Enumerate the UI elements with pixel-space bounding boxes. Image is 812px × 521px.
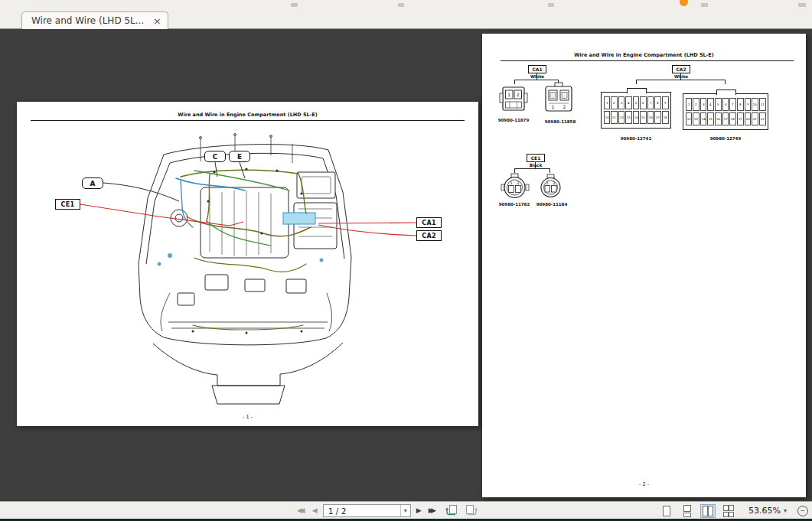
pin-cell: 1 [686,98,693,111]
toolbar-icon-fragment [398,3,404,7]
callout-a: A [82,177,103,189]
continuous-layout-icon [682,505,693,517]
first-page-icon: ◀◀ [297,507,305,514]
connector-90980-11879: 1 2 [499,84,528,115]
page1-number: - 1 - [17,414,478,420]
bracket-stem [680,73,681,80]
pin-number: 1 [510,181,512,185]
pin-cell: 13 [693,112,699,125]
toolbar-icon-fragment [798,3,806,7]
pin-number: 1 [507,92,510,97]
pin-cell: 11 [759,98,766,111]
pin-number: 2 [563,104,566,109]
part-number: 90980-11858 [536,119,585,124]
document-tab[interactable]: Wire and Wire (LHD 5L... × [21,11,168,29]
pin-number: 1 [552,104,555,109]
zoom-level[interactable]: 53.65% [748,506,781,516]
toolbar-icon-fragment [548,3,554,7]
pin-cell: 4 [625,96,632,109]
pin-cell: 17 [654,111,661,124]
pin-cell: 6 [722,98,729,111]
single-page-layout-icon [661,505,672,517]
page2-title-rule [501,60,794,61]
pin-cell: 15 [640,111,647,124]
next-view-button[interactable] [465,504,478,517]
pin-cell: 16 [715,112,722,125]
first-page-button[interactable]: ◀◀ [295,506,307,516]
pin-cell: 9 [662,96,669,109]
callout-c: C [204,151,226,162]
single-page-layout-button[interactable] [659,504,674,518]
pin-number: 1 [546,181,549,185]
page-indicator-input[interactable] [324,506,400,516]
pin-cell: 14 [700,112,707,125]
pin-cell: 17 [722,112,729,125]
zoom-dropdown-caret-icon[interactable]: ▾ [784,507,787,514]
part-number: 90980-11879 [487,118,540,122]
pin-cell: 5 [715,98,722,111]
page-navigation-controls: ◀◀ ◀ ▾ ▶ ▶▶ [295,503,478,518]
help-icon[interactable] [680,0,688,6]
part-number: 90980-12749 [683,136,768,141]
pin-cell: 21 [752,112,758,125]
pin-row: 1213141516171819202122 [685,112,766,125]
page-dropdown-caret-icon[interactable]: ▾ [400,505,410,516]
pin-cell: 18 [729,112,736,125]
pin-cell: 13 [625,111,632,124]
pin-row: 1234567891011 [685,98,766,111]
next-page-button[interactable]: ▶ [415,506,423,516]
pin-cell: 8 [654,96,661,109]
pin-cell: 12 [686,112,693,125]
highlighted-connector-block [283,213,315,224]
last-page-icon: ▶▶ [429,507,437,514]
pin-cell: 12 [618,111,625,124]
connector-90980-12749: 12345678910111213141516171819202122 [683,93,768,130]
connector-color-ca1: White [519,74,556,79]
tab-close-icon[interactable]: × [153,16,161,26]
page2-number: - 2 - [482,481,806,487]
pin-cell: 16 [647,111,654,124]
pin-cell: 7 [729,98,736,111]
pin-cell: 19 [737,112,744,125]
next-page-icon: ▶ [416,507,422,514]
pin-cell: 10 [604,111,611,124]
bracket-stem [536,73,537,80]
top-toolbar-strip [0,0,812,11]
continuous-layout-button[interactable] [680,504,695,518]
document-area[interactable]: Wire and Wire in Engine Compartment (LHD… [0,29,812,501]
last-page-button[interactable]: ▶▶ [427,506,439,516]
page-1: Wire and Wire in Engine Compartment (LHD… [17,102,478,426]
connector-group-label-ca1: CA1 [528,65,546,73]
pin-cell: 3 [618,96,625,109]
pin-cell: 7 [647,96,654,109]
pin-cell: 2 [693,98,699,111]
pin-row: 123456789 [603,96,669,109]
next-view-icon [465,504,478,516]
pin-cell: 8 [737,98,744,111]
page2-title: Wire and Wire in Engine Compartment (LHD… [482,52,806,58]
tab-title: Wire and Wire (LHD 5L... [31,15,148,26]
connector-90980-12741: 123456789101112131415161718 [601,92,671,129]
pin-cell: 4 [707,98,714,111]
callout-ce1: CE1 [55,199,80,210]
pin-number: 2 [517,92,520,97]
prev-view-button[interactable] [445,504,458,517]
pin-cell: 9 [745,98,752,111]
zoom-out-button[interactable]: − [797,506,808,516]
connector-90980-11184: 1 2 [537,174,565,200]
pin-cell: 15 [707,112,714,125]
bracket-stem [535,162,536,168]
part-number: 90980-12741 [601,136,671,141]
bracket-ca2 [636,80,726,84]
continuous-facing-layout-button[interactable] [721,504,736,518]
toolbar-icon-fragment [291,3,298,7]
prev-view-icon [445,504,458,516]
connector-90980-11782: 1 2 [501,173,530,200]
pin-cell: 11 [611,111,618,124]
facing-layout-button[interactable] [700,504,716,518]
page-indicator-box[interactable]: ▾ [323,504,411,517]
callout-e: E [229,151,250,162]
pin-cell: 22 [759,112,766,125]
prev-page-button[interactable]: ◀ [311,506,319,516]
connector-color-ca2: White [663,74,699,79]
